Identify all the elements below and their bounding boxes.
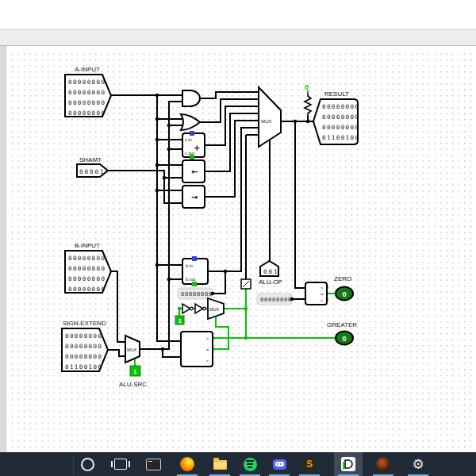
svg-text:01100100: 01100100 bbox=[65, 363, 102, 370]
svg-text:00000000: 00000000 bbox=[65, 332, 102, 340]
taskbar-file-explorer-button[interactable] bbox=[205, 452, 234, 476]
pin-result[interactable]: RESULT 00000000 00000000 00000000 011001… bbox=[313, 90, 359, 144]
subtractor[interactable]: b in b out bbox=[182, 256, 208, 286]
shift-left-unit[interactable]: ← bbox=[182, 160, 205, 182]
svg-text:00001: 00001 bbox=[79, 168, 106, 175]
b-input-label: B-INPUT bbox=[75, 242, 100, 249]
task-view-icon bbox=[114, 459, 127, 470]
svg-text:=: = bbox=[206, 347, 209, 352]
taskbar-terminal-button[interactable] bbox=[139, 452, 167, 476]
svg-text:1: 1 bbox=[178, 317, 182, 324]
taskbar-logisim-button[interactable] bbox=[334, 452, 363, 476]
svg-text:0: 0 bbox=[343, 335, 347, 343]
svg-text:00000000: 00000000 bbox=[68, 286, 106, 293]
svg-text:b in: b in bbox=[186, 263, 193, 268]
svg-text:MUX: MUX bbox=[209, 307, 220, 312]
svg-text:=: = bbox=[321, 292, 323, 297]
alu-op-label: ALU-OP bbox=[259, 278, 282, 286]
taskbar-firefox-button[interactable] bbox=[173, 452, 202, 476]
svg-text:<: < bbox=[206, 359, 209, 363]
svg-text:+: + bbox=[194, 144, 200, 152]
borrow-in-pin bbox=[192, 256, 197, 261]
probe-upper[interactable]: 00000000 bbox=[178, 288, 214, 299]
svg-text:00000000: 00000000 bbox=[322, 124, 359, 131]
svg-text:00000000: 00000000 bbox=[68, 79, 106, 86]
circuit-canvas[interactable]: A-INPUT 00000000 00000000 00000000 00000… bbox=[0, 46, 476, 452]
bit-extender[interactable] bbox=[241, 279, 251, 289]
adder[interactable]: c in + c out bbox=[182, 131, 205, 159]
svg-text:MUX: MUX bbox=[261, 119, 271, 124]
planet-icon bbox=[376, 457, 390, 471]
search-icon bbox=[81, 458, 94, 471]
taskbar-search-button[interactable] bbox=[73, 452, 102, 476]
svg-text:00000000: 00000000 bbox=[322, 113, 359, 121]
result-label: RESULT bbox=[324, 90, 349, 98]
svg-text:MUX: MUX bbox=[127, 347, 137, 352]
taskbar-sublime-button[interactable]: S bbox=[295, 452, 324, 476]
svg-text:c in: c in bbox=[185, 137, 192, 142]
svg-text:00000000: 00000000 bbox=[181, 291, 213, 298]
borrow-out-pin bbox=[192, 282, 197, 286]
carry-in-pin bbox=[190, 131, 194, 136]
a-input-label: A-INPUT bbox=[75, 66, 100, 73]
gear-icon: ⚙ bbox=[412, 458, 424, 471]
taskbar-task-view-button[interactable] bbox=[106, 452, 135, 476]
svg-text:00000000: 00000000 bbox=[68, 89, 106, 96]
svg-text:00000000: 00000000 bbox=[68, 99, 106, 106]
svg-text:>: > bbox=[206, 336, 209, 341]
svg-text:>: > bbox=[321, 286, 323, 290]
greater-comparator[interactable]: > = < bbox=[181, 332, 213, 367]
sign-extend-label: SIGN-EXTEND bbox=[63, 320, 106, 327]
taskbar-spotify-button[interactable] bbox=[236, 452, 264, 476]
probe-lower[interactable]: 00000000 bbox=[257, 294, 294, 305]
svg-text:00000000: 00000000 bbox=[65, 353, 102, 360]
taskbar-discord-button[interactable] bbox=[265, 452, 294, 476]
svg-text:b out: b out bbox=[186, 277, 196, 282]
file-explorer-icon bbox=[213, 460, 227, 470]
shift-right-icon: → bbox=[191, 193, 198, 202]
svg-text:<: < bbox=[321, 298, 323, 303]
svg-text:1: 1 bbox=[133, 368, 137, 375]
canvas-left-band bbox=[0, 46, 6, 452]
screen: A-INPUT 00000000 00000000 00000000 00000… bbox=[0, 0, 476, 476]
logisim-toolbar[interactable] bbox=[0, 29, 476, 46]
slt-constant[interactable]: 1 bbox=[175, 316, 184, 324]
zero-comparator[interactable]: > = < bbox=[305, 282, 327, 305]
svg-text:0: 0 bbox=[343, 290, 347, 298]
svg-text:00000000: 00000000 bbox=[68, 109, 106, 117]
and-gate[interactable] bbox=[182, 90, 200, 106]
spotify-icon bbox=[244, 458, 257, 471]
greater-label: GREATER bbox=[327, 321, 357, 328]
firefox-icon bbox=[180, 457, 194, 471]
alu-src-label: ALU-SRC bbox=[119, 381, 147, 388]
svg-text:00000000: 00000000 bbox=[65, 343, 102, 350]
sublime-text-icon: S bbox=[303, 458, 316, 470]
svg-text:00000000: 00000000 bbox=[68, 265, 106, 272]
svg-text:01100100: 01100100 bbox=[322, 134, 359, 141]
taskbar-planet-app-button[interactable] bbox=[369, 452, 397, 476]
svg-text:00000000: 00000000 bbox=[322, 103, 359, 110]
svg-text:00000000: 00000000 bbox=[260, 297, 292, 303]
shift-left-icon: ← bbox=[191, 167, 198, 176]
discord-icon bbox=[273, 459, 286, 470]
taskbar-settings-button[interactable]: ⚙ bbox=[404, 452, 432, 476]
svg-text:001: 001 bbox=[263, 268, 279, 275]
circuit-svg: A-INPUT 00000000 00000000 00000000 00000… bbox=[0, 46, 476, 452]
taskbar: S ⚙ bbox=[0, 452, 476, 476]
shift-right-unit[interactable]: → bbox=[182, 186, 205, 208]
terminal-icon bbox=[146, 459, 161, 470]
shamt-label: SHAMT bbox=[79, 156, 102, 163]
svg-text:0: 0 bbox=[305, 83, 309, 91]
svg-text:00000000: 00000000 bbox=[68, 275, 106, 282]
window-titlebar bbox=[0, 0, 476, 29]
logisim-icon bbox=[340, 456, 356, 472]
zero-label: ZERO bbox=[334, 275, 351, 282]
carry-out-pin bbox=[190, 155, 194, 159]
svg-text:00000000: 00000000 bbox=[68, 255, 106, 262]
